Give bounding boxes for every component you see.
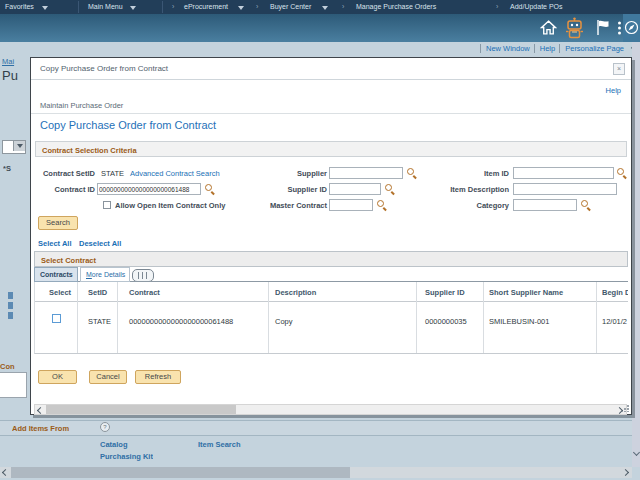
cancel-button[interactable]: Cancel	[89, 370, 127, 384]
table-row: STATE 0000000000000000000061488 Copy 000…	[34, 301, 628, 354]
modal-horizontal-scrollbar[interactable]	[34, 404, 627, 415]
breadcrumb-separator: ›	[172, 3, 174, 10]
column-header-description: Description	[269, 282, 417, 301]
contract-setid-value: STATE	[101, 169, 124, 178]
scroll-left-icon[interactable]	[2, 469, 9, 476]
master-contract-lookup-icon[interactable]	[377, 200, 387, 210]
add-items-from-label: Add Items From	[12, 424, 69, 433]
item-description-input[interactable]	[513, 183, 617, 195]
allow-open-item-checkbox[interactable]	[103, 201, 111, 209]
home-icon[interactable]	[540, 19, 557, 36]
background-textarea-fragment[interactable]	[0, 372, 27, 398]
chevron-down-icon	[130, 6, 136, 10]
help-question-icon[interactable]: ?	[100, 422, 110, 432]
category-label: Category	[441, 201, 509, 210]
breadcrumb-item-add-update-pos[interactable]: Add/Update POs	[510, 3, 563, 10]
supplier-id-lookup-icon[interactable]	[385, 184, 395, 194]
breadcrumb-divider	[162, 1, 163, 13]
column-header-select: Select	[35, 282, 78, 301]
cell-supplier-id: 0000000035	[417, 301, 484, 353]
grid-section-title: Select Contract	[41, 256, 96, 265]
background-text-fragment	[8, 302, 13, 309]
item-search-link[interactable]: Item Search	[198, 440, 241, 449]
supplier-id-label: Supplier ID	[261, 185, 327, 194]
advanced-contract-search-link[interactable]: Advanced Contract Search	[130, 169, 220, 178]
modal-title-bar: Copy Purchase Order from Contract ×	[31, 58, 631, 80]
background-page-title-fragment: Pu	[2, 68, 30, 83]
item-id-label: Item ID	[441, 169, 509, 178]
allow-open-item-label: Allow Open Item Contract Only	[115, 201, 225, 210]
background-required-field-fragment: *S	[3, 164, 30, 173]
cell-setid: STATE	[78, 301, 118, 353]
breadcrumb-item-buyer-center[interactable]: Buyer Center	[270, 3, 311, 10]
page-horizontal-scrollbar[interactable]	[0, 467, 632, 478]
select-contract-grid: Select Contract Contracts More Details S…	[34, 251, 628, 377]
chevron-down-icon	[238, 6, 244, 10]
category-input[interactable]	[513, 199, 577, 211]
resize-grip[interactable]	[622, 405, 629, 412]
master-contract-input[interactable]	[329, 199, 373, 211]
chatbot-icon[interactable]	[563, 17, 586, 39]
background-maintain-link-fragment[interactable]: Mai	[2, 57, 30, 66]
scroll-right-icon[interactable]	[622, 469, 629, 476]
help-link[interactable]: Help	[534, 44, 559, 53]
chevron-down-icon	[42, 6, 48, 10]
personalize-page-link[interactable]: Personalize Page	[559, 44, 628, 53]
contract-id-lookup-icon[interactable]	[205, 184, 215, 194]
breadcrumb-divider	[78, 1, 79, 13]
close-icon[interactable]: ×	[613, 63, 625, 75]
item-id-lookup-icon[interactable]	[617, 168, 627, 178]
scrollbar-thumb[interactable]	[11, 467, 350, 478]
breadcrumb-separator: ›	[342, 3, 344, 10]
navbar-compass-icon[interactable]	[624, 20, 639, 35]
supplier-lookup-icon[interactable]	[407, 168, 417, 178]
catalog-link[interactable]: Catalog	[100, 440, 128, 449]
page-vertical-scrollbar[interactable]	[632, 42, 640, 467]
breadcrumb-separator: ›	[496, 3, 498, 10]
section-title: Contract Selection Criteria	[42, 146, 137, 155]
new-window-link[interactable]: New Window	[480, 44, 534, 53]
actions-menu-icon[interactable]	[617, 21, 622, 35]
context-title: Maintain Purchase Order	[40, 101, 123, 110]
ok-button[interactable]: OK	[38, 370, 77, 384]
purchasing-kit-link[interactable]: Purchasing Kit	[100, 452, 153, 461]
modal-help-link[interactable]: Help	[606, 86, 621, 95]
cell-contract: 0000000000000000000061488	[118, 301, 269, 353]
breadcrumb-item-eprocurement[interactable]: eProcurement	[184, 3, 228, 10]
supplier-id-input[interactable]	[329, 183, 381, 195]
select-all-link[interactable]: Select All	[38, 239, 72, 248]
column-header-supplier-id: Supplier ID	[417, 282, 484, 301]
category-lookup-icon[interactable]	[581, 200, 591, 210]
refresh-button[interactable]: Refresh	[135, 370, 181, 384]
row-select-checkbox[interactable]	[52, 314, 61, 323]
item-id-input[interactable]	[513, 167, 614, 179]
add-items-from-section: Add Items From	[0, 420, 632, 436]
column-header-setid: SetID	[78, 282, 118, 301]
background-text-fragment	[8, 292, 13, 299]
grid-header-row: Select SetID Contract Description Suppli…	[34, 282, 628, 302]
supplier-input[interactable]	[329, 167, 403, 179]
supplier-label: Supplier	[261, 169, 327, 178]
breadcrumb-separator: ›	[256, 3, 258, 10]
scrollbar-thumb[interactable]	[46, 405, 236, 414]
divider	[31, 113, 631, 114]
chevron-down-icon	[322, 6, 328, 10]
breadcrumb-favorites[interactable]: Favorites	[5, 3, 34, 10]
select-contract-header: Select Contract	[34, 251, 628, 267]
column-header-begin-date: Begin Date	[597, 282, 628, 301]
copy-po-from-contract-modal: Copy Purchase Order from Contract × Help…	[30, 57, 632, 415]
breadcrumb-main-menu[interactable]: Main Menu	[88, 3, 123, 10]
deselect-all-link[interactable]: Deselect All	[79, 239, 121, 248]
flag-icon[interactable]	[595, 19, 611, 36]
breadcrumb-item-manage-purchase-orders[interactable]: Manage Purchase Orders	[356, 3, 436, 10]
tab-more-details[interactable]: More Details	[80, 267, 130, 282]
master-contract-label: Master Contract	[261, 201, 327, 210]
modal-title: Copy Purchase Order from Contract	[40, 64, 168, 73]
scroll-down-icon[interactable]	[632, 449, 639, 456]
contract-id-input[interactable]	[97, 183, 201, 195]
tab-contracts[interactable]: Contracts	[34, 267, 78, 282]
scroll-left-icon[interactable]	[37, 406, 44, 413]
contract-id-label: Contract ID	[39, 185, 95, 194]
background-dropdown-fragment[interactable]	[2, 140, 26, 154]
search-button[interactable]: Search	[38, 216, 78, 230]
